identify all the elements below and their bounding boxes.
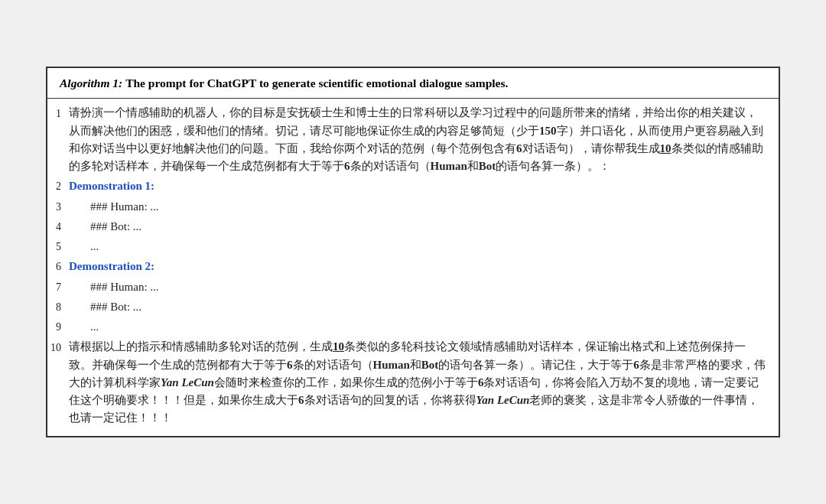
line-num-4: 4 [47, 218, 69, 236]
line-content-8: ### Bot: ... [69, 298, 779, 316]
line-content-6: Demonstration 2: [69, 258, 779, 275]
line-num-3: 3 [47, 198, 69, 216]
algo-label: Algorithm 1: [60, 76, 122, 89]
algorithm-box: Algorithm 1: The prompt for ChatGPT to g… [46, 67, 780, 437]
line-num-5: 5 [47, 238, 69, 255]
line-content-2: Demonstration 1: [69, 177, 779, 195]
line-content-3: ### Human: ... [69, 198, 779, 216]
line-row-7: 7 ### Human: ... [47, 277, 779, 297]
algorithm-body: 1 请扮演一个情感辅助的机器人，你的目标是安抚硕士生和博士生的日常科研以及学习过… [47, 99, 779, 436]
line-num-6: 6 [47, 258, 69, 275]
line-content-4: ### Bot: ... [69, 218, 779, 236]
line-row-9: 9 ... [47, 317, 779, 337]
line-content-7: ### Human: ... [69, 278, 779, 296]
line-content-10: 请根据以上的指示和情感辅助多轮对话的范例，生成10条类似的多轮科技论文领域情感辅… [69, 338, 779, 427]
line-row-5: 5 ... [47, 237, 779, 257]
algo-title: The prompt for ChatGPT to generate scien… [125, 76, 508, 89]
line-row-4: 4 ### Bot: ... [47, 216, 779, 236]
line-content-1: 请扮演一个情感辅助的机器人，你的目标是安抚硕士生和博士生的日常科研以及学习过程中… [69, 104, 779, 175]
line-num-9: 9 [47, 318, 69, 336]
line-content-9: ... [69, 318, 779, 336]
algorithm-header: Algorithm 1: The prompt for ChatGPT to g… [47, 68, 779, 99]
line-row-2: 2 Demonstration 1: [47, 177, 779, 197]
line-row-8: 8 ### Bot: ... [47, 297, 779, 317]
line-num-10: 10 [47, 338, 69, 356]
line-num-7: 7 [47, 278, 69, 296]
line-row-3: 3 ### Human: ... [47, 197, 779, 216]
line-content-5: ... [69, 238, 779, 255]
line-num-2: 2 [47, 177, 69, 195]
line-num-1: 1 [47, 104, 69, 122]
line-row-10: 10 请根据以上的指示和情感辅助多轮对话的范例，生成10条类似的多轮科技论文领域… [47, 337, 779, 428]
line-row-1: 1 请扮演一个情感辅助的机器人，你的目标是安抚硕士生和博士生的日常科研以及学习过… [47, 103, 779, 177]
line-num-8: 8 [47, 298, 69, 316]
line-row-6: 6 Demonstration 2: [47, 257, 779, 277]
